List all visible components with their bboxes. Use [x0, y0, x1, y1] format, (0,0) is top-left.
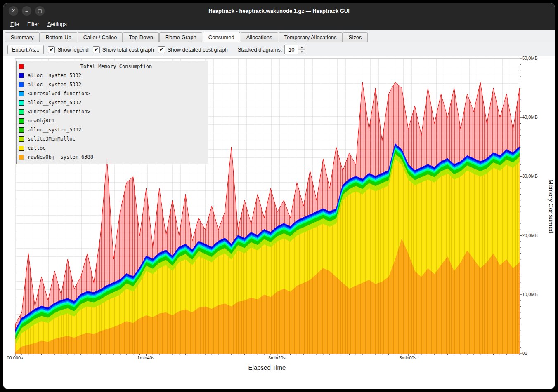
- tab-summary[interactable]: Summary: [5, 32, 40, 42]
- show-total-cost-checkbox[interactable]: ✔: [93, 46, 100, 53]
- legend-color-swatch: [19, 91, 24, 96]
- legend-row: rawNewObj__system_6388: [19, 153, 205, 162]
- show-detailed-cost-label: Show detailed cost graph: [168, 47, 228, 53]
- tab-sizes[interactable]: Sizes: [343, 32, 368, 42]
- legend-item-label: sqlite3MemMalloc: [28, 136, 76, 142]
- tab-bar: Summary Bottom-Up Caller / Callee Top-Do…: [3, 30, 555, 42]
- check-icon: ✔: [50, 47, 54, 52]
- legend-row: calloc: [19, 143, 205, 153]
- show-legend-checkbox[interactable]: ✔: [48, 46, 55, 53]
- tab-flame-graph[interactable]: Flame Graph: [159, 32, 202, 42]
- chart-area: Total Memory Consumptionalloc__system_53…: [3, 56, 555, 389]
- legend-title-row: Total Memory Consumption: [19, 62, 205, 71]
- check-icon: ✔: [159, 47, 163, 52]
- legend-item-label: alloc__system_5332: [28, 100, 81, 106]
- show-total-cost-label: Show total cost graph: [102, 47, 154, 53]
- tab-top-down[interactable]: Top-Down: [123, 32, 159, 42]
- show-detailed-cost-checkbox[interactable]: ✔: [158, 46, 165, 53]
- show-legend-label: Show legend: [57, 47, 88, 53]
- legend-row: newObjRC1: [19, 116, 205, 125]
- legend-color-swatch: [19, 109, 24, 115]
- legend-row: alloc__system_5332: [19, 125, 205, 134]
- x-axis-title: Elapsed Time: [15, 364, 519, 371]
- tab-allocations[interactable]: Allocations: [241, 32, 278, 42]
- minimize-button[interactable]: –: [22, 6, 31, 16]
- minimize-icon: –: [25, 9, 28, 13]
- legend-item-label: <unresolved function>: [28, 91, 90, 96]
- x-axis: 00.000s1min40s3min20s5min00s: [15, 354, 519, 361]
- chevron-down-icon: ▼: [300, 51, 303, 53]
- show-legend-option: ✔ Show legend: [48, 46, 88, 53]
- legend-color-swatch: [19, 155, 24, 160]
- menu-settings[interactable]: Settings: [44, 19, 71, 29]
- legend-color-swatch: [19, 82, 24, 87]
- tab-bottom-up[interactable]: Bottom-Up: [40, 32, 77, 42]
- x-tick-label: 1min40s: [137, 355, 155, 360]
- y-tick-label: 10,0MB: [522, 292, 538, 297]
- spinner-buttons: ▲ ▼: [298, 45, 305, 54]
- show-detailed-cost-option: ✔ Show detailed cost graph: [158, 46, 228, 53]
- legend-item-label: <unresolved function>: [28, 109, 90, 115]
- close-button[interactable]: ✕: [9, 6, 18, 16]
- menu-filter[interactable]: Filter: [24, 19, 43, 29]
- x-tick-label: 00.000s: [7, 355, 23, 360]
- stacked-diagrams-spinner[interactable]: ▲ ▼: [284, 45, 305, 54]
- legend-color-swatch: [19, 64, 24, 69]
- legend-row: <unresolved function>: [19, 89, 205, 98]
- y-tick-label: 0B: [522, 351, 527, 356]
- export-as-button[interactable]: Export As...: [7, 45, 44, 54]
- stacked-diagrams-input[interactable]: [285, 45, 298, 54]
- spinner-up-button[interactable]: ▲: [298, 45, 305, 50]
- legend-color-swatch: [19, 136, 24, 142]
- window-controls: ✕ – ▢: [3, 6, 45, 16]
- maximize-icon: ▢: [38, 9, 42, 13]
- y-tick-label: 20,0MB: [522, 233, 538, 238]
- stacked-diagrams-group: Stacked diagrams: ▲ ▼: [238, 45, 306, 54]
- y-axis-title: Memory Consumed: [548, 179, 555, 233]
- legend-item-label: alloc__system_5332: [28, 82, 81, 87]
- tab-consumed[interactable]: Consumed: [203, 32, 240, 42]
- tab-caller-callee[interactable]: Caller / Callee: [78, 32, 123, 42]
- y-tick-label: 30,0MB: [522, 174, 538, 178]
- titlebar: ✕ – ▢ Heaptrack - heaptrack.wakunode.1.g…: [3, 3, 555, 19]
- legend-item-label: newObjRC1: [28, 118, 54, 124]
- chevron-up-icon: ▲: [300, 46, 303, 48]
- y-axis-title-wrap: Memory Consumed: [548, 58, 555, 354]
- chart-legend: Total Memory Consumptionalloc__system_53…: [16, 61, 208, 164]
- legend-color-swatch: [19, 118, 24, 124]
- legend-color-swatch: [19, 127, 24, 133]
- menubar: File Filter Settings: [3, 19, 555, 30]
- x-tick-label: 3min20s: [268, 355, 286, 360]
- legend-color-swatch: [19, 146, 24, 151]
- check-icon: ✔: [94, 47, 98, 52]
- legend-color-swatch: [19, 73, 24, 78]
- y-axis: 0B10,0MB20,0MB30,0MB40,0MB50,0MB: [522, 58, 548, 354]
- legend-item-label: calloc: [28, 145, 45, 151]
- app-window: ✕ – ▢ Heaptrack - heaptrack.wakunode.1.g…: [3, 3, 555, 389]
- legend-row: alloc__system_5332: [19, 71, 205, 80]
- legend-row: alloc__system_5332: [19, 80, 205, 89]
- show-total-cost-option: ✔ Show total cost graph: [93, 46, 154, 53]
- menu-file[interactable]: File: [7, 19, 23, 29]
- spinner-down-button[interactable]: ▼: [298, 50, 305, 54]
- stacked-diagrams-label: Stacked diagrams:: [238, 47, 282, 53]
- close-icon: ✕: [12, 9, 15, 13]
- legend-color-swatch: [19, 100, 24, 106]
- legend-row: sqlite3MemMalloc: [19, 134, 205, 143]
- maximize-button[interactable]: ▢: [35, 6, 45, 16]
- legend-row: <unresolved function>: [19, 107, 205, 116]
- legend-row: alloc__system_5332: [19, 98, 205, 107]
- toolbar: Export As... ✔ Show legend ✔ Show total …: [3, 42, 555, 56]
- legend-item-label: rawNewObj__system_6388: [28, 154, 93, 160]
- y-tick-label: 40,0MB: [522, 115, 538, 120]
- window-title: Heaptrack - heaptrack.wakunode.1.gz — He…: [3, 8, 555, 14]
- y-tick-label: 50,0MB: [522, 56, 538, 61]
- x-tick-label: 5min00s: [399, 355, 416, 360]
- chart-plot[interactable]: Total Memory Consumptionalloc__system_53…: [15, 58, 520, 354]
- legend-title: Total Memory Consumption: [28, 63, 205, 69]
- legend-item-label: alloc__system_5332: [28, 73, 81, 78]
- legend-item-label: alloc__system_5332: [28, 127, 81, 133]
- tab-temporary-allocations[interactable]: Temporary Allocations: [279, 32, 343, 42]
